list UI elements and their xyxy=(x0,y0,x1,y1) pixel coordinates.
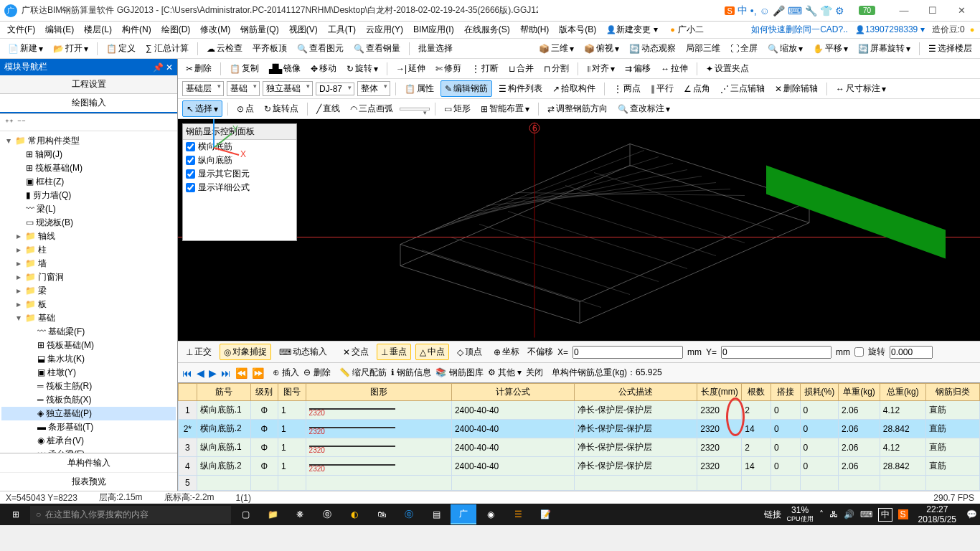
mirror-button[interactable]: ▟▙ 镜像 xyxy=(265,61,304,76)
view-rebar-button[interactable]: 🔍 查看钢量 xyxy=(350,41,404,56)
pin-icon[interactable]: 📌 ✕ xyxy=(153,62,173,72)
table-row[interactable]: 2*横向底筋.2Φ123202400-40-40净长-保护层-保护层232014… xyxy=(179,420,980,438)
component-id-select[interactable]: DJ-87 xyxy=(316,83,354,95)
osnap-toggle[interactable]: ◎ 对象捕捉 xyxy=(220,344,271,360)
snap-mid[interactable]: △ 中点 xyxy=(415,344,449,360)
open-button[interactable]: 📂 打开 ▾ xyxy=(50,41,92,56)
task-view-icon[interactable]: ▢ xyxy=(232,504,258,524)
table-row[interactable]: 1横向底筋.1Φ123202400-40-40净长-保护层-保护层2320200… xyxy=(179,401,980,420)
scale-rebar-button[interactable]: 📏 缩尺配筋 xyxy=(339,367,387,379)
menu-tools[interactable]: 工具(T) xyxy=(324,22,360,37)
split-button[interactable]: ⊓ 分割 xyxy=(540,61,573,76)
tray-up-icon[interactable]: ˄ xyxy=(819,509,824,519)
new-change-button[interactable]: 👤新建变更 ▾ xyxy=(602,22,661,37)
edit-rebar-button[interactable]: ✎ 编辑钢筋 xyxy=(440,80,492,97)
collapse-icon[interactable]: ⁻⁻ xyxy=(17,118,27,128)
menu-help[interactable]: 帮助(H) xyxy=(516,22,554,37)
snap-coord[interactable]: ⊕ 坐标 xyxy=(490,344,523,359)
scope-select[interactable]: 整体 xyxy=(357,81,390,96)
pick-comp-button[interactable]: ↗ 拾取构件 xyxy=(549,81,599,96)
close-panel-button[interactable]: 关闭 xyxy=(526,367,543,379)
menu-cloud[interactable]: 云应用(Y) xyxy=(362,22,407,37)
row-insert-button[interactable]: ⊕ 插入 xyxy=(273,367,299,379)
smart-layout-button[interactable]: ⊞ 智能布置 ▾ xyxy=(477,101,533,116)
dyn-toggle[interactable]: ⌨ 动态输入 xyxy=(275,344,331,359)
rebar-lib-button[interactable]: 📚 钢筋图库 xyxy=(435,367,483,379)
tray-keyboard-icon[interactable]: ⌨ xyxy=(860,509,872,519)
user-indicator[interactable]: ●广小二 xyxy=(664,22,708,37)
tray-volume-icon[interactable]: 🔊 xyxy=(844,509,854,519)
comp-list-button[interactable]: ☰ 构件列表 xyxy=(495,81,546,96)
local-3d-button[interactable]: 局部三维 xyxy=(682,41,724,56)
break-button[interactable]: ⋮ 打断 xyxy=(468,61,502,76)
batch-sel-button[interactable]: 批量选择 xyxy=(415,41,456,56)
point-button[interactable]: ⊙ 点 xyxy=(233,101,258,116)
del-axis-button[interactable]: ✕ 删除辅轴 xyxy=(771,81,821,96)
menu-modify[interactable]: 修改(M) xyxy=(196,22,235,37)
menu-floor[interactable]: 楼层(L) xyxy=(80,22,116,37)
type-select[interactable]: 独立基础 xyxy=(263,81,313,96)
close-button[interactable]: ✕ xyxy=(947,5,976,16)
account-label[interactable]: 👤13907298339 ▾ xyxy=(855,24,925,35)
menu-component[interactable]: 构件(N) xyxy=(118,22,156,37)
extend-button[interactable]: →| 延伸 xyxy=(392,61,429,76)
app-icon-4[interactable]: ☰ xyxy=(505,504,531,524)
adjust-dir-button[interactable]: ⇄ 调整钢筋方向 xyxy=(544,101,611,116)
define-button[interactable]: 📋 定义 xyxy=(103,41,139,56)
tip-link[interactable]: 如何快速删除同一CAD?.. xyxy=(751,24,848,36)
nav-first[interactable]: ⏮ xyxy=(182,367,192,379)
menu-bim[interactable]: BIM应用(I) xyxy=(409,22,458,37)
fullscreen-button[interactable]: ⛶ 全屏 xyxy=(727,41,761,56)
ime-mode[interactable]: 中 xyxy=(738,4,748,17)
x-input[interactable] xyxy=(573,346,683,359)
floor-select[interactable]: 基础层 xyxy=(182,81,224,96)
select-tool-button[interactable]: ↖ 选择 ▾ xyxy=(182,100,222,117)
merge-button[interactable]: ⊔ 合并 xyxy=(505,61,537,76)
y-input[interactable] xyxy=(721,346,831,359)
zoom-button[interactable]: 🔍 缩放 ▾ xyxy=(764,41,806,56)
store-icon[interactable]: 🛍 xyxy=(369,504,395,524)
dim-button[interactable]: ↔ 尺寸标注 ▾ xyxy=(832,81,890,96)
tray-network-icon[interactable]: 🖧 xyxy=(829,509,838,519)
tab-draw-input[interactable]: 绘图输入 xyxy=(0,94,177,113)
offset-mode-select[interactable]: 不偏移 xyxy=(527,346,553,358)
rotate-input[interactable] xyxy=(890,346,933,359)
explorer-icon[interactable]: 📁 xyxy=(260,504,286,524)
chrome-icon[interactable]: ◉ xyxy=(478,504,504,524)
report-preview-button[interactable]: 报表预览 xyxy=(0,472,177,491)
tray-ime[interactable]: 中 xyxy=(878,508,892,522)
app-icon-5[interactable]: 📝 xyxy=(532,504,558,524)
component-tree[interactable]: ▾📁常用构件类型 ⊞ 轴网(J) ⊞ 筏板基础(M) ▣ 框柱(Z) ▮ 剪力墙… xyxy=(0,131,177,453)
look-button[interactable]: 📦 俯视 ▾ xyxy=(580,41,623,56)
snap-cross[interactable]: ✕ 交点 xyxy=(339,344,372,359)
nav-prev[interactable]: ◀ xyxy=(197,367,204,379)
app-icon-2[interactable]: ◐ xyxy=(341,504,367,524)
rebar-info-button[interactable]: ℹ 钢筋信息 xyxy=(391,367,431,379)
taskbar-search[interactable]: ○ 在这里输入你要搜索的内容 xyxy=(30,506,231,524)
nav-last[interactable]: ⏭ xyxy=(221,367,231,379)
tray-clock[interactable]: 22:272018/5/25 xyxy=(914,504,961,525)
tab-project-settings[interactable]: 工程设置 xyxy=(0,75,177,93)
rotate-button[interactable]: ↻ 旋转 ▾ xyxy=(343,61,382,76)
menu-version[interactable]: 版本号(B) xyxy=(555,22,600,37)
category-select[interactable]: 基础 xyxy=(227,81,260,96)
dyn-view-button[interactable]: 🔄 动态观察 xyxy=(626,41,679,56)
move-button[interactable]: ✥ 移动 xyxy=(307,61,340,76)
rect-button[interactable]: ▭ 矩形 xyxy=(440,101,474,116)
edge-icon[interactable]: ⓔ xyxy=(314,504,340,524)
viewport-3d[interactable]: 6 钢筋显示控制面板 横向底筋 纵向底筋 显示其它图元 显示详细公式 Z Y X xyxy=(178,119,980,341)
3d-button[interactable]: 📦 三维 ▾ xyxy=(535,41,578,56)
flat-roof-button[interactable]: 平齐板顶 xyxy=(249,41,291,56)
menu-rebar[interactable]: 钢筋量(Q) xyxy=(236,22,283,37)
offset-button[interactable]: ⇉ 偏移 xyxy=(621,61,654,76)
rot-pt-button[interactable]: ↻ 旋转点 xyxy=(260,101,302,116)
new-button[interactable]: 📄 新建 ▾ xyxy=(4,41,47,56)
pt-angle-button[interactable]: ∠ 点角 xyxy=(680,81,714,96)
set-pivot-button[interactable]: ✦ 设置夹点 xyxy=(702,61,753,76)
three-axis-button[interactable]: ⋰ 三点辅轴 xyxy=(717,81,768,96)
app-icon-1[interactable]: ❋ xyxy=(287,504,313,524)
view-pic-button[interactable]: 🔍 查看图元 xyxy=(293,41,347,56)
two-pt-button[interactable]: ⋮ 两点 xyxy=(610,81,644,96)
app-icon-3[interactable]: ▤ xyxy=(423,504,449,524)
minimize-button[interactable]: — xyxy=(890,5,918,16)
